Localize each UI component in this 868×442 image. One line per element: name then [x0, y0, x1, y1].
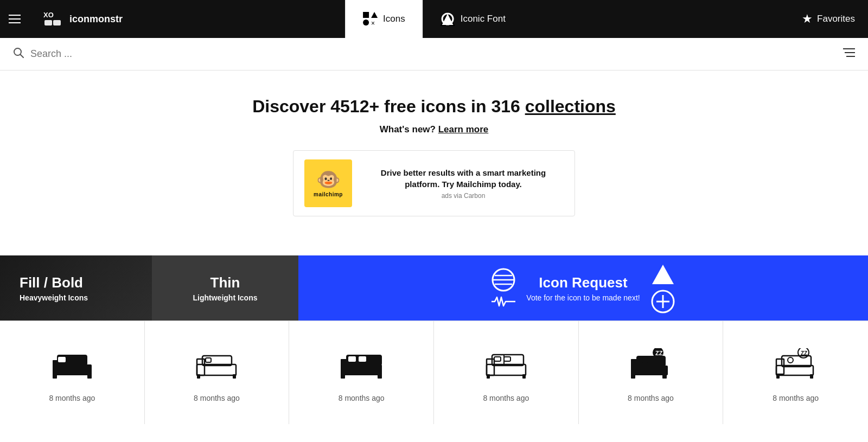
icon-cell-3[interactable]: 8 months ago [289, 321, 434, 424]
ad-logo: 🐵 mailchimp [304, 159, 352, 207]
svg-rect-46 [487, 374, 490, 379]
svg-rect-40 [378, 374, 382, 379]
svg-marker-4 [371, 12, 378, 18]
iconic-font-tab-icon [440, 11, 455, 27]
svg-rect-39 [341, 374, 345, 379]
bed-icon-2 [195, 348, 238, 381]
tab-iconic-font[interactable]: Iconic Font [423, 0, 523, 38]
svg-rect-49 [504, 357, 510, 361]
icon-cell-4-time: 8 months ago [483, 394, 529, 402]
svg-rect-48 [494, 357, 501, 361]
svg-rect-53 [636, 356, 666, 367]
svg-text:×: × [371, 20, 375, 27]
svg-rect-35 [206, 358, 211, 362]
svg-rect-29 [58, 357, 66, 362]
filter-thin[interactable]: Thin Lightweight Icons [152, 255, 298, 321]
svg-rect-55 [662, 374, 667, 379]
search-icon [13, 47, 24, 61]
navbar: XO iconmonstr × Icons [0, 0, 868, 38]
bed-icon-4 [484, 348, 528, 381]
favorites-label: Favorites [817, 14, 855, 24]
svg-text:ZZ: ZZ [655, 350, 663, 356]
tab-iconic-font-label: Iconic Font [461, 14, 506, 24]
filter-strip: Fill / Bold Heavyweight Icons Thin Light… [0, 255, 868, 321]
filter-fill-bold[interactable]: Fill / Bold Heavyweight Icons [0, 255, 152, 321]
brand-name: iconmonstr [69, 14, 123, 25]
svg-point-64 [788, 357, 793, 363]
menu-button[interactable] [0, 0, 29, 38]
icon-grid: 8 months ago 8 months ago 8 months ago [0, 321, 868, 424]
icon-cell-5[interactable]: ZZ 8 months ago [579, 321, 724, 424]
icon-cell-6-time: 8 months ago [773, 394, 819, 402]
svg-rect-41 [348, 356, 356, 362]
svg-rect-62 [776, 374, 780, 379]
svg-rect-33 [197, 374, 200, 379]
svg-marker-20 [652, 265, 674, 284]
hamburger-icon [9, 15, 21, 23]
icon-cell-4[interactable]: 8 months ago [434, 321, 579, 424]
nav-center: × Icons Iconic Font [345, 0, 523, 38]
svg-rect-28 [87, 374, 92, 379]
collections-link[interactable]: collections [525, 97, 616, 116]
mailchimp-icon: 🐵 [316, 170, 341, 189]
icon-cell-1-time: 8 months ago [49, 394, 95, 402]
icon-cell-1[interactable]: 8 months ago [0, 321, 145, 424]
search-input[interactable] [30, 48, 837, 60]
ad-note: ads via Carbon [363, 192, 564, 200]
request-text: Icon Request Vote for the icon to be mad… [526, 274, 640, 302]
svg-rect-34 [233, 374, 236, 379]
fill-bold-sublabel: Heavyweight Icons [20, 293, 88, 302]
icon-cell-6[interactable]: ZZ 8 months ago [723, 321, 868, 424]
svg-line-12 [21, 55, 24, 58]
request-icons-right [651, 262, 675, 313]
thin-sublabel: Lightweight Icons [193, 293, 258, 302]
svg-rect-27 [53, 374, 57, 379]
hero-title: Discover 4512+ free icons in 316 collect… [13, 97, 855, 117]
icon-cell-5-time: 8 months ago [628, 394, 674, 402]
request-icons-left [492, 268, 515, 308]
svg-rect-54 [631, 374, 635, 379]
svg-rect-1 [44, 20, 52, 25]
bed-icon-3 [340, 348, 383, 381]
svg-marker-8 [441, 12, 454, 25]
tab-icons[interactable]: × Icons [345, 0, 423, 38]
ad-logo-text: mailchimp [314, 191, 343, 197]
filter-icon-request[interactable]: Icon Request Vote for the icon to be mad… [298, 255, 868, 321]
svg-rect-47 [522, 374, 526, 379]
hero-section: Discover 4512+ free icons in 316 collect… [0, 71, 868, 236]
favorites-button[interactable]: ★ Favorites [789, 0, 868, 38]
filter-button[interactable] [843, 48, 855, 60]
star-icon: ★ [802, 12, 813, 26]
search-bar [0, 38, 868, 71]
svg-rect-63 [810, 374, 813, 379]
icon-cell-2[interactable]: 8 months ago [145, 321, 290, 424]
brand-icon: XO [42, 8, 64, 30]
learn-more-link[interactable]: Learn more [438, 124, 489, 134]
icon-cell-2-time: 8 months ago [194, 394, 240, 402]
brand-logo[interactable]: XO iconmonstr [29, 0, 136, 38]
thin-label: Thin [210, 274, 240, 291]
request-sub: Vote for the icon to be made next! [526, 293, 640, 302]
svg-text:ZZ: ZZ [801, 350, 807, 356]
fill-bold-label: Fill / Bold [20, 274, 83, 291]
svg-rect-2 [53, 20, 61, 25]
whats-new-text: What's new? [380, 124, 438, 134]
request-title: Icon Request [526, 274, 640, 291]
bed-icon-5: ZZ [629, 348, 672, 381]
svg-rect-31 [197, 359, 205, 375]
icon-cell-3-time: 8 months ago [339, 394, 385, 402]
bed-icon-1 [50, 348, 94, 381]
svg-rect-42 [359, 356, 366, 362]
svg-point-56 [642, 357, 648, 363]
svg-rect-7 [363, 20, 369, 25]
icons-tab-icon: × [362, 11, 378, 27]
ad-text: Drive better results with a smart market… [363, 167, 564, 200]
bed-icon-6: ZZ [774, 348, 818, 381]
tab-icons-label: Icons [383, 14, 405, 24]
svg-rect-44 [487, 359, 494, 375]
ad-banner[interactable]: 🐵 mailchimp Drive better results with a … [293, 150, 575, 216]
hero-title-start: Discover 4512+ free icons in 316 [252, 97, 525, 116]
ad-headline: Drive better results with a smart market… [363, 167, 564, 190]
svg-text:XO: XO [43, 11, 54, 19]
svg-rect-3 [363, 12, 369, 18]
